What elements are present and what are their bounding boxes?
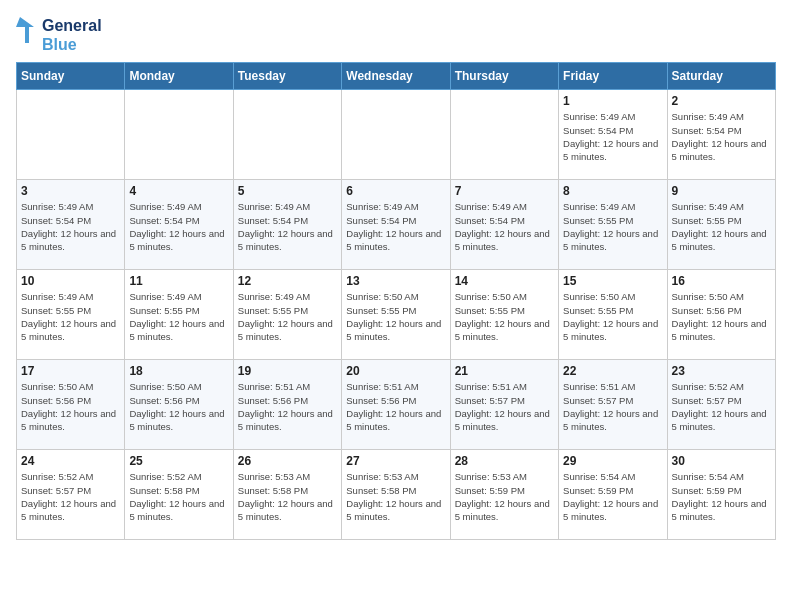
calendar-cell: 24Sunrise: 5:52 AM Sunset: 5:57 PM Dayli… (17, 450, 125, 540)
day-info: Sunrise: 5:49 AM Sunset: 5:55 PM Dayligh… (238, 290, 337, 343)
calendar-cell: 7Sunrise: 5:49 AM Sunset: 5:54 PM Daylig… (450, 180, 558, 270)
day-info: Sunrise: 5:49 AM Sunset: 5:54 PM Dayligh… (21, 200, 120, 253)
day-number: 23 (672, 364, 771, 378)
calendar-cell: 8Sunrise: 5:49 AM Sunset: 5:55 PM Daylig… (559, 180, 667, 270)
calendar-cell: 28Sunrise: 5:53 AM Sunset: 5:59 PM Dayli… (450, 450, 558, 540)
week-row-1: 1Sunrise: 5:49 AM Sunset: 5:54 PM Daylig… (17, 90, 776, 180)
day-number: 18 (129, 364, 228, 378)
day-info: Sunrise: 5:50 AM Sunset: 5:56 PM Dayligh… (672, 290, 771, 343)
calendar-cell: 15Sunrise: 5:50 AM Sunset: 5:55 PM Dayli… (559, 270, 667, 360)
day-number: 14 (455, 274, 554, 288)
calendar-cell: 25Sunrise: 5:52 AM Sunset: 5:58 PM Dayli… (125, 450, 233, 540)
day-info: Sunrise: 5:50 AM Sunset: 5:55 PM Dayligh… (455, 290, 554, 343)
day-number: 30 (672, 454, 771, 468)
weekday-sunday: Sunday (17, 63, 125, 90)
calendar-cell: 21Sunrise: 5:51 AM Sunset: 5:57 PM Dayli… (450, 360, 558, 450)
calendar-cell: 18Sunrise: 5:50 AM Sunset: 5:56 PM Dayli… (125, 360, 233, 450)
calendar-cell: 10Sunrise: 5:49 AM Sunset: 5:55 PM Dayli… (17, 270, 125, 360)
day-number: 12 (238, 274, 337, 288)
logo-line1: General (42, 16, 102, 35)
day-info: Sunrise: 5:49 AM Sunset: 5:55 PM Dayligh… (672, 200, 771, 253)
logo-line2: Blue (42, 35, 102, 54)
week-row-2: 3Sunrise: 5:49 AM Sunset: 5:54 PM Daylig… (17, 180, 776, 270)
calendar-cell: 14Sunrise: 5:50 AM Sunset: 5:55 PM Dayli… (450, 270, 558, 360)
day-info: Sunrise: 5:51 AM Sunset: 5:57 PM Dayligh… (455, 380, 554, 433)
day-number: 24 (21, 454, 120, 468)
calendar-cell: 27Sunrise: 5:53 AM Sunset: 5:58 PM Dayli… (342, 450, 450, 540)
day-info: Sunrise: 5:53 AM Sunset: 5:58 PM Dayligh… (238, 470, 337, 523)
weekday-wednesday: Wednesday (342, 63, 450, 90)
weekday-monday: Monday (125, 63, 233, 90)
calendar-cell: 20Sunrise: 5:51 AM Sunset: 5:56 PM Dayli… (342, 360, 450, 450)
day-number: 28 (455, 454, 554, 468)
calendar-cell: 3Sunrise: 5:49 AM Sunset: 5:54 PM Daylig… (17, 180, 125, 270)
day-info: Sunrise: 5:53 AM Sunset: 5:59 PM Dayligh… (455, 470, 554, 523)
day-number: 5 (238, 184, 337, 198)
calendar-cell: 16Sunrise: 5:50 AM Sunset: 5:56 PM Dayli… (667, 270, 775, 360)
day-info: Sunrise: 5:51 AM Sunset: 5:56 PM Dayligh… (346, 380, 445, 433)
day-number: 1 (563, 94, 662, 108)
day-number: 9 (672, 184, 771, 198)
day-info: Sunrise: 5:49 AM Sunset: 5:54 PM Dayligh… (672, 110, 771, 163)
day-number: 7 (455, 184, 554, 198)
day-info: Sunrise: 5:52 AM Sunset: 5:57 PM Dayligh… (672, 380, 771, 433)
day-number: 16 (672, 274, 771, 288)
calendar-cell: 11Sunrise: 5:49 AM Sunset: 5:55 PM Dayli… (125, 270, 233, 360)
day-info: Sunrise: 5:49 AM Sunset: 5:55 PM Dayligh… (563, 200, 662, 253)
day-number: 15 (563, 274, 662, 288)
calendar-cell (125, 90, 233, 180)
calendar-cell (17, 90, 125, 180)
day-number: 2 (672, 94, 771, 108)
day-info: Sunrise: 5:54 AM Sunset: 5:59 PM Dayligh… (672, 470, 771, 523)
day-number: 27 (346, 454, 445, 468)
calendar-cell (233, 90, 341, 180)
calendar-cell: 23Sunrise: 5:52 AM Sunset: 5:57 PM Dayli… (667, 360, 775, 450)
weekday-thursday: Thursday (450, 63, 558, 90)
day-number: 4 (129, 184, 228, 198)
day-number: 21 (455, 364, 554, 378)
week-row-3: 10Sunrise: 5:49 AM Sunset: 5:55 PM Dayli… (17, 270, 776, 360)
day-info: Sunrise: 5:52 AM Sunset: 5:58 PM Dayligh… (129, 470, 228, 523)
day-number: 6 (346, 184, 445, 198)
day-info: Sunrise: 5:49 AM Sunset: 5:55 PM Dayligh… (21, 290, 120, 343)
calendar-cell: 13Sunrise: 5:50 AM Sunset: 5:55 PM Dayli… (342, 270, 450, 360)
day-info: Sunrise: 5:49 AM Sunset: 5:54 PM Dayligh… (563, 110, 662, 163)
calendar-cell: 5Sunrise: 5:49 AM Sunset: 5:54 PM Daylig… (233, 180, 341, 270)
week-row-5: 24Sunrise: 5:52 AM Sunset: 5:57 PM Dayli… (17, 450, 776, 540)
day-number: 22 (563, 364, 662, 378)
day-info: Sunrise: 5:50 AM Sunset: 5:56 PM Dayligh… (129, 380, 228, 433)
page-header: General Blue (16, 16, 776, 54)
calendar-cell (342, 90, 450, 180)
weekday-friday: Friday (559, 63, 667, 90)
calendar-cell: 1Sunrise: 5:49 AM Sunset: 5:54 PM Daylig… (559, 90, 667, 180)
day-number: 19 (238, 364, 337, 378)
calendar-cell: 4Sunrise: 5:49 AM Sunset: 5:54 PM Daylig… (125, 180, 233, 270)
day-info: Sunrise: 5:49 AM Sunset: 5:54 PM Dayligh… (455, 200, 554, 253)
calendar-table: SundayMondayTuesdayWednesdayThursdayFrid… (16, 62, 776, 540)
calendar-cell: 17Sunrise: 5:50 AM Sunset: 5:56 PM Dayli… (17, 360, 125, 450)
week-row-4: 17Sunrise: 5:50 AM Sunset: 5:56 PM Dayli… (17, 360, 776, 450)
day-info: Sunrise: 5:50 AM Sunset: 5:55 PM Dayligh… (563, 290, 662, 343)
logo-bird-icon (16, 17, 38, 53)
day-info: Sunrise: 5:50 AM Sunset: 5:55 PM Dayligh… (346, 290, 445, 343)
day-info: Sunrise: 5:51 AM Sunset: 5:56 PM Dayligh… (238, 380, 337, 433)
logo: General Blue (16, 16, 102, 54)
day-number: 26 (238, 454, 337, 468)
day-info: Sunrise: 5:50 AM Sunset: 5:56 PM Dayligh… (21, 380, 120, 433)
day-number: 8 (563, 184, 662, 198)
weekday-tuesday: Tuesday (233, 63, 341, 90)
weekday-header-row: SundayMondayTuesdayWednesdayThursdayFrid… (17, 63, 776, 90)
calendar-cell: 26Sunrise: 5:53 AM Sunset: 5:58 PM Dayli… (233, 450, 341, 540)
calendar-cell: 12Sunrise: 5:49 AM Sunset: 5:55 PM Dayli… (233, 270, 341, 360)
calendar-cell: 9Sunrise: 5:49 AM Sunset: 5:55 PM Daylig… (667, 180, 775, 270)
calendar-cell: 22Sunrise: 5:51 AM Sunset: 5:57 PM Dayli… (559, 360, 667, 450)
day-number: 20 (346, 364, 445, 378)
calendar-cell: 29Sunrise: 5:54 AM Sunset: 5:59 PM Dayli… (559, 450, 667, 540)
day-info: Sunrise: 5:52 AM Sunset: 5:57 PM Dayligh… (21, 470, 120, 523)
day-number: 29 (563, 454, 662, 468)
day-number: 13 (346, 274, 445, 288)
day-info: Sunrise: 5:49 AM Sunset: 5:54 PM Dayligh… (238, 200, 337, 253)
calendar-cell: 2Sunrise: 5:49 AM Sunset: 5:54 PM Daylig… (667, 90, 775, 180)
calendar-cell: 6Sunrise: 5:49 AM Sunset: 5:54 PM Daylig… (342, 180, 450, 270)
svg-marker-0 (16, 17, 34, 43)
